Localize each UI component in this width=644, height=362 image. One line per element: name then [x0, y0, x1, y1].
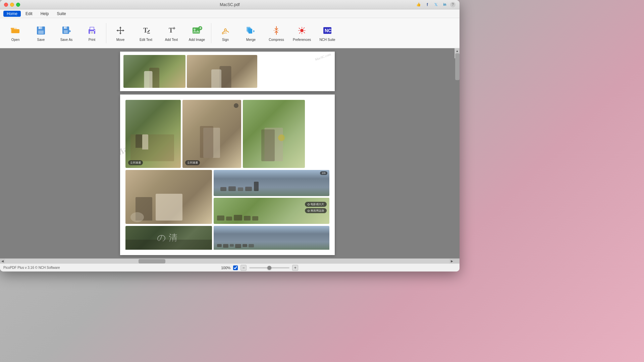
menu-edit[interactable]: Edit: [22, 11, 36, 17]
titlebar: MacSC.pdf 👍 f 𝕏 in ?: [0, 0, 460, 9]
menu-suite[interactable]: Suite: [53, 11, 69, 17]
move-icon: [114, 24, 126, 37]
nchsuite-icon: NCH: [321, 24, 333, 37]
horizontal-scrollbar[interactable]: ◀ ▶: [0, 258, 460, 263]
scroll-up-arrow[interactable]: ▲: [455, 48, 460, 53]
maximize-button[interactable]: [16, 3, 20, 7]
app-version: PicoPDF Plus v 3.16 © NCH Software: [3, 266, 60, 269]
open-label: Open: [11, 38, 19, 42]
pdf-page-1: MacSC.com: [120, 52, 335, 91]
save-label: Save: [37, 38, 45, 42]
zoom-value: 100%: [221, 266, 230, 270]
addtext-icon: T +: [165, 24, 177, 37]
toolbar: Open Save: [0, 18, 460, 48]
hscroll-track[interactable]: [5, 259, 449, 264]
zoom-slider[interactable]: [249, 267, 289, 268]
nchsuite-button[interactable]: NCH NCH Suite: [315, 20, 339, 47]
statusbar: PicoPDF Plus v 3.16 © NCH Software 100% …: [0, 263, 460, 272]
minimize-button[interactable]: [10, 3, 14, 7]
svg-point-15: [94, 30, 95, 31]
edittext-button[interactable]: T Edit Text: [134, 20, 158, 47]
svg-rect-4: [38, 31, 44, 34]
sign-label: Sign: [222, 38, 229, 42]
svg-text:+: +: [199, 26, 202, 31]
open-button[interactable]: Open: [3, 20, 28, 47]
help-icon[interactable]: ?: [450, 2, 455, 7]
addtext-button[interactable]: T + Add Text: [159, 20, 183, 47]
svg-text:T: T: [143, 26, 148, 34]
zoom-checkbox[interactable]: [233, 265, 238, 270]
pdf-pages: MacSC.com MacSC.com: [0, 48, 454, 258]
compress-label: Compress: [269, 38, 284, 42]
thumbup-icon[interactable]: 👍: [415, 1, 422, 8]
svg-point-21: [194, 28, 196, 31]
page-counter: 2/9: [320, 171, 327, 175]
svg-text:NCH: NCH: [325, 28, 333, 33]
addtext-label: Add Text: [165, 38, 178, 42]
zoom-controls: 100% − +: [63, 265, 456, 271]
svg-point-29: [300, 29, 304, 32]
move-label: Move: [116, 38, 124, 42]
hscroll-left-arrow[interactable]: ◀: [0, 259, 5, 264]
separator-2: [211, 23, 211, 43]
svg-rect-14: [91, 33, 93, 34]
save-button[interactable]: Save: [29, 20, 53, 47]
traffic-lights: [4, 3, 20, 7]
pdf-page-2: MacSC.com 立邦漆通: [120, 95, 335, 255]
save-icon: [35, 24, 47, 37]
preferences-icon: [296, 24, 308, 37]
svg-rect-11: [90, 27, 94, 30]
main-window: MacSC.pdf 👍 f 𝕏 in ? Home Edit Help Suit…: [0, 0, 460, 272]
preferences-button[interactable]: Preferences: [290, 20, 314, 47]
sign-button[interactable]: Sign: [213, 20, 237, 47]
close-button[interactable]: [4, 3, 8, 7]
vertical-scrollbar[interactable]: ▲ ▼: [454, 48, 460, 58]
scrollbar-corner: [454, 259, 460, 264]
svg-rect-5: [39, 27, 40, 29]
merge-button[interactable]: Merge: [239, 20, 263, 47]
preferences-label: Preferences: [293, 38, 311, 42]
svg-text:+: +: [173, 25, 175, 31]
compress-button[interactable]: Compress: [264, 20, 288, 47]
svg-rect-12: [90, 31, 94, 34]
photo-label-2: 立邦漆通: [185, 160, 200, 165]
merge-icon: [245, 24, 257, 37]
edittext-icon: T: [140, 24, 152, 37]
compress-icon: [270, 24, 282, 37]
hscroll-thumb[interactable]: [139, 259, 165, 263]
merge-label: Merge: [246, 38, 256, 42]
scroll-thumb[interactable]: [455, 53, 460, 80]
saveas-button[interactable]: Save As: [54, 20, 78, 47]
saveas-label: Save As: [60, 38, 73, 42]
zoom-slider-thumb[interactable]: [267, 266, 271, 270]
tag-badge-1: 电影感大片: [305, 202, 327, 207]
svg-rect-1: [11, 28, 14, 29]
sign-icon: [219, 24, 231, 37]
content-area: MacSC.com MacSC.com: [0, 48, 460, 258]
addimage-button[interactable]: + + Add Image: [185, 20, 209, 47]
menu-home[interactable]: Home: [3, 11, 21, 17]
zoom-plus-button[interactable]: +: [292, 265, 298, 271]
nchsuite-label: NCH Suite: [319, 38, 335, 42]
print-icon: [86, 24, 98, 37]
menubar: Home Edit Help Suite: [0, 9, 460, 18]
addimage-icon: + +: [191, 24, 203, 37]
move-button[interactable]: Move: [108, 20, 132, 47]
titlebar-icons: 👍 f 𝕏 in ?: [415, 1, 455, 8]
print-button[interactable]: Print: [80, 20, 104, 47]
linkedin-icon[interactable]: in: [441, 1, 448, 8]
svg-rect-9: [64, 27, 65, 28]
menu-help[interactable]: Help: [37, 11, 52, 17]
twitter-icon[interactable]: 𝕏: [433, 1, 439, 8]
open-icon: [9, 24, 21, 37]
saveas-icon: [60, 24, 72, 37]
svg-rect-8: [64, 30, 68, 33]
facebook-icon[interactable]: f: [424, 1, 431, 8]
pdf-viewer[interactable]: MacSC.com MacSC.com: [0, 48, 460, 258]
edittext-label: Edit Text: [140, 38, 152, 42]
tag-badge-2: 南昌周边游: [305, 208, 327, 213]
zoom-minus-button[interactable]: −: [240, 265, 247, 271]
hscroll-right-arrow[interactable]: ▶: [449, 259, 454, 264]
svg-rect-27: [249, 29, 252, 34]
window-title: MacSC.pdf: [220, 2, 239, 7]
